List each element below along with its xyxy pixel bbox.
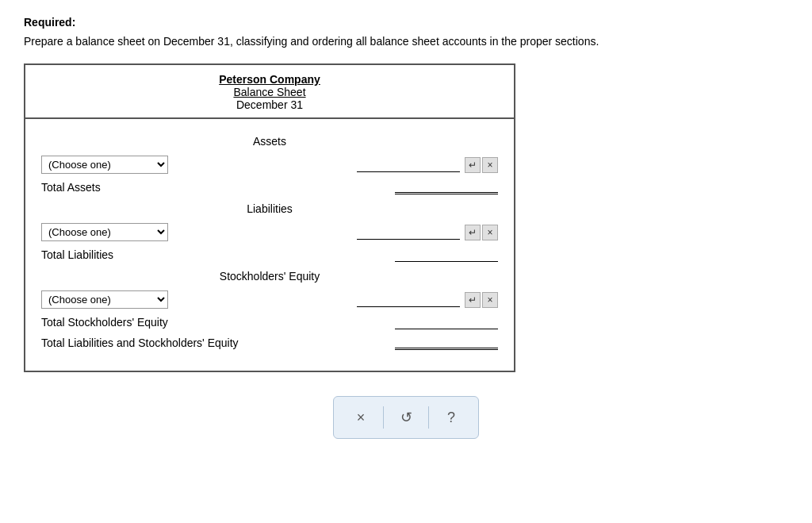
total-liabilities-amount xyxy=(247,248,498,262)
assets-amount-area: ↵ × xyxy=(176,157,498,173)
company-name: Peterson Company xyxy=(25,73,514,86)
assets-arrow-icon[interactable]: ↵ xyxy=(465,157,481,173)
total-liabilities-label: Total Liabilities xyxy=(41,248,247,261)
help-button[interactable]: ? xyxy=(437,403,465,432)
assets-heading: Assets xyxy=(41,135,498,148)
liabilities-arrow-icon[interactable]: ↵ xyxy=(465,225,481,240)
liabilities-underline-field xyxy=(357,225,460,240)
instructions: Prepare a balance sheet on December 31, … xyxy=(24,35,788,48)
sheet-title: Balance Sheet xyxy=(25,86,514,98)
balance-sheet-container: Peterson Company Balance Sheet December … xyxy=(24,63,515,372)
required-label: Required: xyxy=(24,16,788,29)
total-assets-label: Total Assets xyxy=(41,181,247,194)
assets-dropdown-row: (Choose one) ↵ × xyxy=(41,156,498,174)
total-assets-double-underline xyxy=(395,180,498,194)
total-liabilities-equity-amount xyxy=(247,336,498,350)
total-equity-row: Total Stockholders' Equity xyxy=(41,315,498,329)
total-equity-underline xyxy=(395,315,498,329)
total-liabilities-equity-label: Total Liabilities and Stockholders' Equi… xyxy=(41,336,247,349)
liabilities-heading: Liabilities xyxy=(41,202,498,215)
assets-dropdown[interactable]: (Choose one) xyxy=(41,156,168,174)
liabilities-dropdown[interactable]: (Choose one) xyxy=(41,223,168,241)
equity-dropdown[interactable]: (Choose one) xyxy=(41,290,168,309)
assets-underline-field xyxy=(357,158,460,172)
bs-header: Peterson Company Balance Sheet December … xyxy=(25,65,514,119)
close-button[interactable]: × xyxy=(347,403,375,432)
equity-underline-field xyxy=(357,293,460,307)
liabilities-icons: ↵ × xyxy=(465,225,498,240)
sheet-date: December 31 xyxy=(25,98,514,111)
toolbar-separator-1 xyxy=(383,406,384,429)
undo-button[interactable]: ↺ xyxy=(392,403,420,432)
bottom-toolbar: × ↺ ? xyxy=(24,396,788,439)
total-equity-amount xyxy=(247,315,498,329)
equity-arrow-icon[interactable]: ↵ xyxy=(465,292,481,308)
total-liabilities-row: Total Liabilities xyxy=(41,248,498,262)
total-assets-row: Total Assets xyxy=(41,180,498,194)
liabilities-close-icon[interactable]: × xyxy=(482,225,498,240)
assets-icons: ↵ × xyxy=(465,157,498,173)
equity-dropdown-row: (Choose one) ↵ × xyxy=(41,290,498,309)
equity-heading: Stockholders' Equity xyxy=(41,270,498,283)
total-equity-label: Total Stockholders' Equity xyxy=(41,316,247,329)
total-assets-amount xyxy=(247,180,498,194)
total-liabilities-single-underline xyxy=(395,248,498,262)
equity-amount-area: ↵ × xyxy=(176,292,498,308)
total-liabilities-equity-double-underline xyxy=(395,336,498,350)
assets-close-icon[interactable]: × xyxy=(482,157,498,173)
total-liabilities-equity-row: Total Liabilities and Stockholders' Equi… xyxy=(41,336,498,350)
equity-close-icon[interactable]: × xyxy=(482,292,498,308)
bs-body: Assets (Choose one) ↵ × Total Assets Lia… xyxy=(25,119,514,371)
liabilities-dropdown-row: (Choose one) ↵ × xyxy=(41,223,498,241)
toolbar-separator-2 xyxy=(428,406,429,429)
equity-icons: ↵ × xyxy=(465,292,498,308)
toolbar-box: × ↺ ? xyxy=(333,396,479,439)
liabilities-amount-area: ↵ × xyxy=(176,225,498,240)
